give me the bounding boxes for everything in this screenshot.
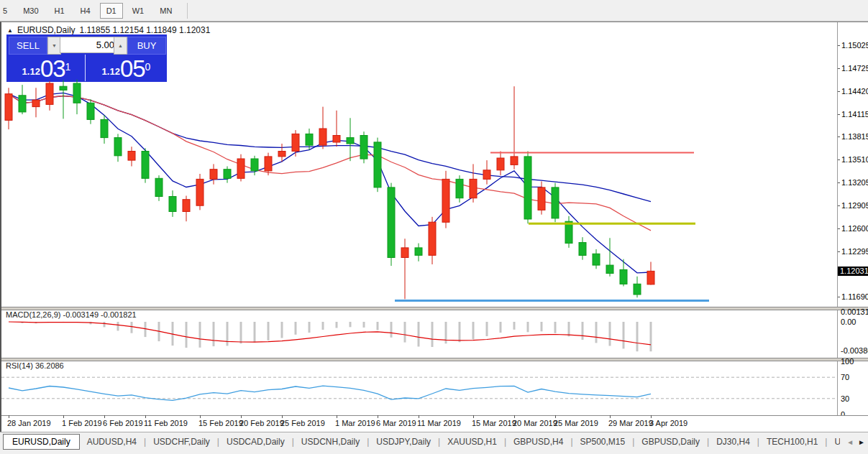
time-tick-label: 25 Feb 2019 bbox=[280, 419, 325, 427]
chart-tab-dj30-h4[interactable]: DJ30,H4 bbox=[709, 435, 757, 449]
time-tick-mark bbox=[473, 415, 474, 418]
chart-tab-gbpusd-h4[interactable]: GBPUSD,H4 bbox=[506, 435, 570, 449]
trading-platform-window: 5M30H1H4D1W1MN ▲ EURUSD,Daily 1.11855 1.… bbox=[0, 0, 868, 454]
time-tick-label: 1 Feb 2019 bbox=[62, 419, 102, 427]
time-tick-label: 20 Feb 2019 bbox=[239, 419, 284, 427]
price-tick-label: 1.15025 bbox=[841, 41, 868, 50]
time-tick-mark bbox=[63, 415, 64, 418]
timeframe-button-m30[interactable]: M30 bbox=[17, 3, 45, 19]
timeframe-button-5[interactable]: 5 bbox=[1, 3, 14, 19]
time-tick-mark bbox=[337, 415, 337, 418]
chart-title-row: ▲ EURUSD,Daily 1.11855 1.12154 1.11849 1… bbox=[7, 25, 210, 35]
timeframe-button-w1[interactable]: W1 bbox=[126, 3, 151, 19]
time-tick-mark bbox=[9, 415, 9, 418]
chart-tab-audusd-h4[interactable]: AUDUSD,H4 bbox=[80, 435, 144, 449]
chart-tabs: EURUSD,DailyAUDUSD,H4|USDCHF,Daily|USDCA… bbox=[0, 434, 840, 450]
time-tick-label: 15 Feb 2019 bbox=[198, 419, 243, 427]
timeframe-button-mn[interactable]: MN bbox=[153, 3, 178, 19]
chart-tab-eurusd-daily[interactable]: EURUSD,Daily bbox=[3, 434, 80, 450]
chart-tab-usdchf-daily[interactable]: USDCHF,Daily bbox=[146, 435, 217, 449]
time-tick-mark bbox=[651, 415, 652, 418]
macd-tick-label: 0.001313 bbox=[841, 307, 868, 316]
time-tick-label: 6 Feb 2019 bbox=[103, 419, 143, 427]
chart-tab-usdcnh-daily[interactable]: USDCNH,Daily bbox=[294, 435, 367, 449]
price-tick-label: 1.12600 bbox=[841, 224, 868, 233]
collapse-icon[interactable]: ▲ bbox=[7, 27, 13, 34]
time-tick-label: 6 Mar 2019 bbox=[376, 419, 416, 427]
time-tick-mark bbox=[514, 415, 515, 418]
tab-scroll-right-icon[interactable]: ► bbox=[858, 438, 865, 446]
price-tick-label: 1.11690 bbox=[841, 292, 868, 301]
chart-tab-usdjpy-daily[interactable]: USDJPY,Daily bbox=[369, 435, 438, 449]
timeframe-button-d1[interactable]: D1 bbox=[100, 3, 123, 19]
main-chart-canvas[interactable] bbox=[1, 34, 837, 307]
current-price-badge: 1.12031 bbox=[838, 267, 868, 276]
rsi-chart-canvas[interactable] bbox=[1, 360, 837, 415]
price-axis-separator bbox=[837, 22, 838, 432]
time-tick-mark bbox=[555, 415, 556, 418]
price-tick-label: 1.14420 bbox=[841, 87, 868, 96]
price-tick-label: 1.12905 bbox=[841, 201, 868, 210]
tab-scroll-buttons: ◄ ► bbox=[841, 435, 867, 448]
chart-tab-bar: EURUSD,DailyAUDUSD,H4|USDCHF,Daily|USDCA… bbox=[0, 432, 868, 454]
price-tick-label: 1.13510 bbox=[841, 155, 868, 164]
time-tick-label: 28 Jan 2019 bbox=[7, 419, 51, 427]
time-tick-mark bbox=[241, 415, 242, 418]
rsi-tick-label: 30 bbox=[841, 394, 849, 403]
chart-tab-sp500-m15[interactable]: SP500,M15 bbox=[573, 435, 633, 449]
price-tick-label: 1.12295 bbox=[841, 247, 868, 256]
chart-tab-ukc[interactable]: UKC bbox=[827, 435, 840, 449]
time-tick-label: 1 Mar 2019 bbox=[335, 419, 375, 427]
macd-chart-canvas[interactable] bbox=[1, 309, 837, 358]
price-tick-label: 1.14115 bbox=[841, 110, 868, 119]
price-tick-label: 1.14725 bbox=[841, 64, 868, 73]
macd-tick-label: 0.00 bbox=[841, 318, 856, 326]
chart-tab-xauusd-h1[interactable]: XAUUSD,H1 bbox=[440, 435, 504, 449]
toolbar-separator bbox=[187, 3, 188, 19]
time-tick-label: 11 Feb 2019 bbox=[144, 419, 188, 427]
tab-scroll-left-icon[interactable]: ◄ bbox=[846, 438, 854, 446]
macd-tick-label: -0.00386 bbox=[841, 346, 868, 355]
time-tick-label: 25 Mar 2019 bbox=[554, 419, 598, 427]
chart-symbol-label: EURUSD,Daily bbox=[17, 25, 76, 35]
timeframe-button-h4[interactable]: H4 bbox=[74, 3, 97, 19]
rsi-tick-label: 100 bbox=[841, 357, 854, 366]
time-tick-mark bbox=[282, 415, 283, 418]
chart-tab-usdcad-daily[interactable]: USDCAD,Daily bbox=[219, 435, 292, 449]
time-tick-label: 11 Mar 2019 bbox=[417, 419, 461, 427]
time-tick-mark bbox=[378, 415, 378, 418]
time-tick-label: 20 Mar 2019 bbox=[513, 419, 557, 427]
time-tick-label: 3 Apr 2019 bbox=[649, 419, 687, 427]
chart-tab-gbpusd-daily[interactable]: GBPUSD,Daily bbox=[634, 435, 707, 449]
chart-tab-tech100-h1[interactable]: TECH100,H1 bbox=[759, 435, 825, 449]
timeframe-buttons: 5M30H1H4D1W1MN bbox=[0, 3, 180, 19]
time-tick-mark bbox=[200, 415, 201, 418]
timeframe-button-h1[interactable]: H1 bbox=[48, 3, 71, 19]
time-tick-label: 15 Mar 2019 bbox=[472, 419, 516, 427]
time-tick-mark bbox=[419, 415, 419, 418]
time-tick-mark bbox=[610, 415, 611, 418]
time-axis[interactable]: 28 Jan 20191 Feb 20196 Feb 201911 Feb 20… bbox=[1, 415, 868, 432]
ohlc-values: 1.11855 1.12154 1.11849 1.12031 bbox=[80, 25, 211, 35]
price-tick-label: 1.13205 bbox=[841, 178, 868, 187]
time-tick-mark bbox=[145, 415, 146, 418]
rsi-tick-label: 70 bbox=[841, 373, 849, 381]
timeframe-toolbar: 5M30H1H4D1W1MN bbox=[0, 0, 868, 22]
time-tick-label: 29 Mar 2019 bbox=[608, 419, 653, 427]
chart-window: ▲ EURUSD,Daily 1.11855 1.12154 1.11849 1… bbox=[0, 22, 868, 432]
time-tick-mark bbox=[104, 415, 105, 418]
price-tick-label: 1.13815 bbox=[841, 132, 868, 141]
